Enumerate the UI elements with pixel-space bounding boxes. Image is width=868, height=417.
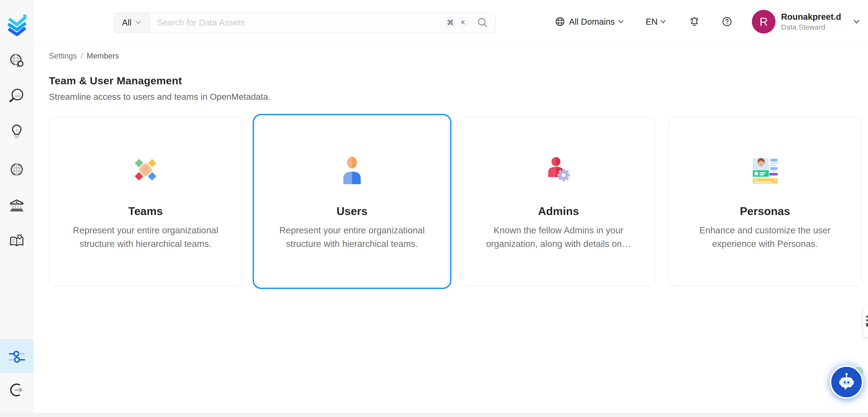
chevron-down-icon [660, 20, 666, 24]
user-role: Data Steward [781, 23, 841, 31]
card-description: Known the fellow Admins in your organiza… [476, 224, 641, 251]
persona-id-card-icon [749, 154, 781, 186]
card-description: Enhance and customize the user experienc… [682, 224, 847, 251]
whats-new-icon [866, 323, 868, 326]
search-scope-dropdown[interactable]: All [114, 13, 150, 32]
card-teams[interactable]: Teams Represent your entire organization… [49, 117, 242, 286]
page-title: Team & User Management [49, 75, 182, 87]
whats-new-icon [866, 316, 868, 318]
language-label: EN [646, 17, 658, 27]
sidebar-item-observability[interactable] [0, 82, 33, 110]
whats-new-tab[interactable] [863, 306, 868, 337]
user-icon [336, 154, 368, 186]
k-key-badge: K [459, 18, 468, 27]
teamwork-hands-icon [129, 154, 162, 186]
breadcrumb-members[interactable]: Members [87, 52, 119, 61]
logout-icon [8, 381, 25, 398]
avatar-initial: R [760, 15, 768, 28]
whats-new-icon [866, 319, 868, 321]
search-shortcuts: ⌘ K [445, 13, 495, 32]
card-personas[interactable]: Personas Enhance and customize the user … [669, 117, 862, 286]
search-icon[interactable] [476, 17, 489, 29]
left-sidebar [0, 0, 33, 417]
sidebar-item-settings-active[interactable] [0, 339, 33, 373]
domains-label: All Domains [569, 17, 615, 27]
top-header: All ⌘ K [33, 0, 868, 43]
header-actions: All Domains EN [554, 0, 860, 43]
govern-bank-icon [8, 196, 26, 214]
user-menu[interactable]: Rounakpreet.d Data Steward [781, 12, 841, 31]
insights-lightbulb-icon [8, 123, 26, 141]
observability-magnifier-chart-icon [8, 87, 26, 105]
search-scope-label: All [122, 18, 131, 28]
card-description: Represent your entire organizational str… [269, 224, 435, 251]
sidebar-item-logout[interactable] [0, 376, 33, 404]
search-input[interactable] [150, 13, 445, 32]
chevron-down-icon [135, 20, 142, 25]
sidebar-item-explore[interactable] [0, 47, 33, 75]
sidebar-item-insights[interactable] [0, 118, 33, 146]
admin-user-gear-icon [542, 154, 575, 186]
breadcrumb-separator: / [81, 52, 83, 61]
chevron-down-icon [618, 20, 624, 24]
learning-book-icon [8, 232, 26, 250]
card-description: Represent your entire organizational str… [63, 224, 228, 251]
breadcrumb-settings[interactable]: Settings [49, 52, 77, 61]
card-title: Personas [740, 205, 790, 218]
bell-icon[interactable] [689, 16, 700, 27]
user-name: Rounakpreet.d [781, 12, 841, 22]
cmd-key-badge: ⌘ [445, 18, 456, 28]
help-icon[interactable] [721, 16, 733, 27]
chat-bot-icon [836, 372, 857, 392]
card-admins[interactable]: Admins Known the fellow Admins in your o… [462, 117, 655, 286]
sidebar-item-learning[interactable] [0, 227, 33, 255]
chat-bot-button[interactable] [830, 365, 863, 399]
member-cards: Teams Represent your entire organization… [49, 117, 862, 286]
gear-icon [558, 169, 570, 181]
domains-globe-icon [8, 161, 26, 178]
card-title: Teams [128, 205, 163, 218]
card-title: Admins [538, 205, 579, 218]
breadcrumb: Settings / Members [49, 52, 119, 61]
chevron-down-icon[interactable] [853, 19, 860, 24]
app-window: All ⌘ K [0, 0, 868, 417]
card-title: Users [337, 205, 368, 218]
domains-dropdown[interactable]: All Domains [554, 16, 624, 27]
globe-icon [554, 16, 565, 27]
page-bottom-strip [0, 413, 868, 417]
sidebar-item-domains[interactable] [0, 156, 33, 183]
global-search-bar: All ⌘ K [114, 12, 496, 33]
explore-globe-search-icon [8, 52, 26, 70]
settings-sliders-icon [7, 347, 26, 365]
user-avatar[interactable]: R [752, 10, 775, 33]
openmetadata-logo-icon[interactable] [5, 11, 29, 36]
card-users[interactable]: Users Represent your entire organization… [255, 117, 448, 286]
page-subtitle: Streamline access to users and teams in … [49, 92, 271, 102]
sidebar-item-govern[interactable] [0, 191, 33, 219]
language-dropdown[interactable]: EN [646, 17, 666, 27]
